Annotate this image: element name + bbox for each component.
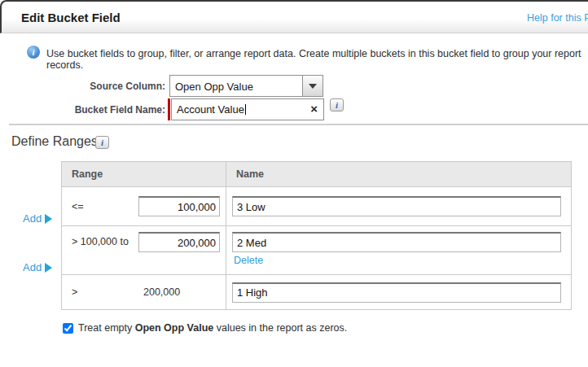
- text-caret: [245, 104, 246, 115]
- bucket-field-info-button[interactable]: i: [330, 98, 344, 111]
- delete-link[interactable]: Delete: [234, 255, 263, 266]
- add-bucket-button[interactable]: Add: [23, 261, 52, 273]
- column-header-range: Range: [62, 162, 226, 186]
- required-field-indicator: [168, 98, 170, 120]
- page-title: Edit Bucket Field: [21, 11, 121, 24]
- section-divider: [9, 124, 588, 125]
- add-bucket-button[interactable]: Add: [23, 212, 52, 225]
- info-banner-text: Use bucket fields to group, filter, or a…: [46, 48, 588, 71]
- bucket-name-input[interactable]: [232, 232, 561, 252]
- add-link-label: Add: [23, 261, 42, 273]
- clear-icon[interactable]: ×: [310, 103, 318, 116]
- edit-bucket-field-dialog: Edit Bucket Field Help for this Page i U…: [0, 0, 588, 367]
- add-arrow-icon: [45, 263, 52, 273]
- table-row: > 200,000: [62, 275, 571, 309]
- source-column-dropdown-button[interactable]: [302, 76, 323, 96]
- bucket-field-name-label: Bucket Field Name:: [33, 104, 165, 116]
- range-static-value: 200,000: [143, 286, 180, 298]
- define-ranges-info-button[interactable]: i: [95, 136, 109, 149]
- bucket-name-input[interactable]: [232, 196, 561, 216]
- source-column-select[interactable]: Open Opp Value: [169, 75, 323, 97]
- define-ranges-heading: Define Ranges: [11, 134, 98, 149]
- dialog-header: Edit Bucket Field Help for this Page: [0, 0, 588, 33]
- table-header-row: Range Name: [62, 162, 571, 187]
- column-header-name: Name: [226, 162, 571, 186]
- treat-empty-row: Treat empty Open Opp Value values in the…: [63, 322, 347, 334]
- table-row: > 100,000 to Delete: [62, 226, 571, 275]
- info-icon: i: [336, 100, 338, 110]
- range-operator: > 100,000 to: [72, 232, 129, 252]
- bucket-name-input[interactable]: [232, 282, 561, 303]
- bucket-field-name-value: Account Value: [177, 103, 246, 116]
- info-icon: i: [101, 138, 103, 147]
- add-link-label: Add: [23, 212, 42, 225]
- table-row: <=: [62, 187, 571, 226]
- range-value-input[interactable]: [138, 196, 220, 216]
- source-column-label: Source Column:: [33, 81, 165, 92]
- treat-empty-label: Treat empty Open Opp Value values in the…: [78, 322, 347, 334]
- ranges-table: Range Name <= > 100,000 to Delete: [61, 161, 572, 310]
- bucket-field-name-input[interactable]: Account Value ×: [171, 98, 324, 120]
- chevron-down-icon: [309, 84, 317, 89]
- range-operator: >: [72, 286, 77, 298]
- source-column-selected-value: Open Opp Value: [170, 76, 302, 96]
- info-icon: i: [27, 46, 40, 59]
- add-arrow-icon: [45, 214, 52, 224]
- range-value-input[interactable]: [138, 232, 220, 252]
- treat-empty-checkbox[interactable]: [63, 323, 73, 334]
- help-link[interactable]: Help for this Page: [527, 12, 588, 24]
- range-operator: <=: [72, 201, 84, 212]
- source-field-name: Open Opp Value: [135, 322, 214, 334]
